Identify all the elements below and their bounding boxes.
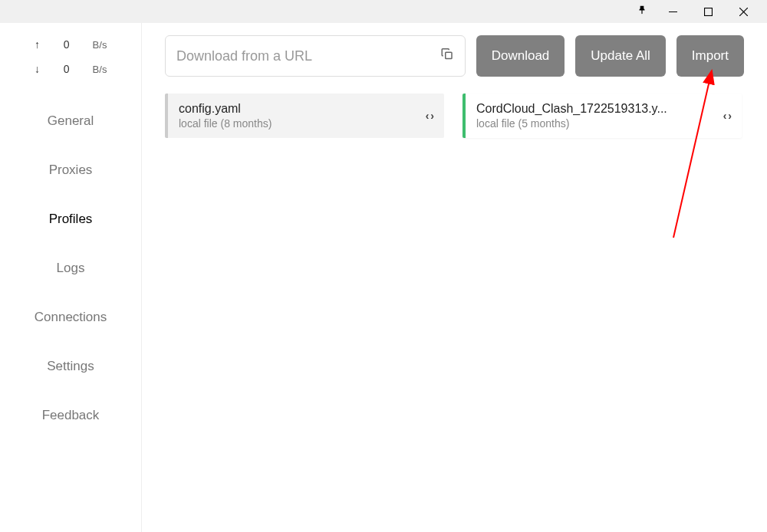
profile-info: CordCloud_Clash_1722519313.y... local fi…	[476, 102, 716, 130]
minimize-button[interactable]	[655, 0, 690, 23]
download-value: 0	[62, 63, 71, 75]
upload-value: 0	[62, 38, 71, 51]
close-button[interactable]	[726, 0, 761, 23]
traffic-stats: ↑ 0 B/s ↓ 0 B/s	[0, 23, 141, 90]
download-button[interactable]: Download	[476, 35, 565, 77]
traffic-download-row: ↓ 0 B/s	[0, 57, 141, 81]
profile-cards: config.yaml local file (8 months) ‹ › Co…	[165, 94, 744, 138]
profile-card[interactable]: config.yaml local file (8 months) ‹ ›	[165, 94, 444, 138]
download-arrow-icon: ↓	[35, 63, 41, 75]
nav-item-feedback[interactable]: Feedback	[0, 391, 141, 440]
sidebar: ↑ 0 B/s ↓ 0 B/s General Proxies Profiles…	[0, 23, 142, 532]
profile-name: CordCloud_Clash_1722519313.y...	[476, 102, 716, 116]
toolbar: Download Update All Import	[165, 35, 744, 77]
main-content: Download Update All Import config.yaml l…	[142, 23, 767, 532]
app-body: ↑ 0 B/s ↓ 0 B/s General Proxies Profiles…	[0, 23, 767, 532]
profile-meta: local file (8 months)	[179, 117, 418, 130]
nav-item-general[interactable]: General	[0, 97, 141, 146]
profile-name: config.yaml	[179, 102, 418, 116]
upload-arrow-icon: ↑	[35, 38, 41, 51]
download-unit: B/s	[93, 64, 107, 75]
profile-meta: local file (5 months)	[476, 117, 716, 130]
import-button[interactable]: Import	[676, 35, 744, 77]
nav-item-proxies[interactable]: Proxies	[0, 146, 141, 195]
code-icon[interactable]: ‹ ›	[426, 110, 433, 122]
titlebar	[0, 0, 767, 23]
upload-unit: B/s	[93, 39, 107, 51]
nav-items: General Proxies Profiles Logs Connection…	[0, 97, 141, 440]
url-input[interactable]	[176, 48, 426, 64]
pin-icon[interactable]	[637, 5, 647, 18]
traffic-upload-row: ↑ 0 B/s	[0, 32, 141, 57]
profile-info: config.yaml local file (8 months)	[179, 102, 418, 130]
nav-item-logs[interactable]: Logs	[0, 244, 141, 293]
code-icon[interactable]: ‹ ›	[723, 110, 731, 122]
update-all-button[interactable]: Update All	[575, 35, 666, 77]
copy-icon[interactable]	[440, 48, 454, 65]
nav-item-profiles[interactable]: Profiles	[0, 195, 141, 244]
svg-rect-4	[445, 52, 451, 58]
nav-item-connections[interactable]: Connections	[0, 293, 141, 342]
maximize-button[interactable]	[690, 0, 726, 23]
profile-card[interactable]: CordCloud_Clash_1722519313.y... local fi…	[463, 94, 742, 138]
nav-item-settings[interactable]: Settings	[0, 342, 141, 391]
url-input-wrapper[interactable]	[165, 35, 466, 77]
svg-rect-1	[704, 8, 712, 15]
